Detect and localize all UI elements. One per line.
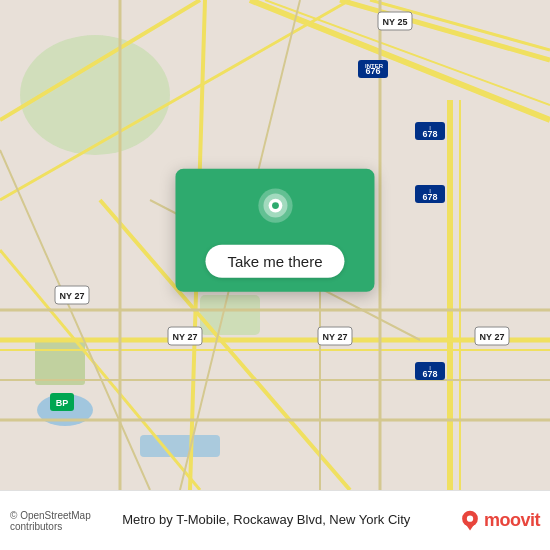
location-info: Metro by T-Mobile, Rockaway Blvd, New Yo… [122,512,459,529]
svg-point-55 [272,202,279,209]
svg-text:NY 27: NY 27 [173,332,198,342]
svg-text:NY 27: NY 27 [480,332,505,342]
bottom-bar: © OpenStreetMap contributors Metro by T-… [0,490,550,550]
svg-text:NY 27: NY 27 [60,291,85,301]
svg-text:678: 678 [422,192,437,202]
moovit-logo: moovit [459,510,540,532]
svg-text:NY 27: NY 27 [323,332,348,342]
svg-marker-57 [464,522,475,530]
svg-text:676: 676 [365,66,380,76]
location-card: Take me there [175,169,374,292]
svg-rect-5 [140,435,220,457]
location-text: Metro by T-Mobile, Rockaway Blvd, New Yo… [122,512,410,529]
svg-text:NY 25: NY 25 [383,17,408,27]
moovit-pin-icon [459,510,481,532]
svg-text:BP: BP [56,398,69,408]
svg-rect-3 [35,340,85,385]
moovit-brand-text: moovit [484,510,540,531]
take-me-there-button[interactable]: Take me there [205,245,344,278]
map-container: NY 25 INTER 676 I 678 I 678 I 678 NY 27 … [0,0,550,490]
svg-text:678: 678 [422,369,437,379]
osm-attribution: © OpenStreetMap contributors [10,510,122,532]
location-pin-icon [251,187,299,235]
svg-text:678: 678 [422,129,437,139]
svg-point-58 [467,515,473,521]
